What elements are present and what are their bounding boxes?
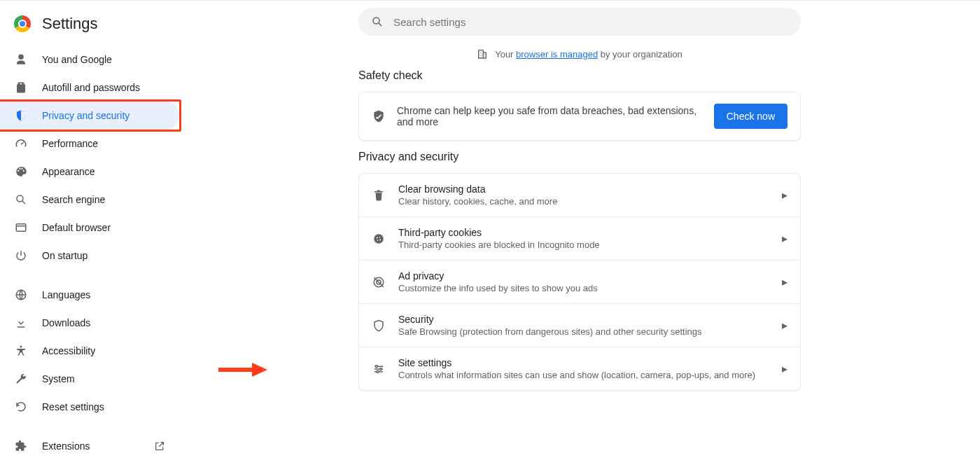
row-title: Ad privacy xyxy=(398,270,769,282)
power-icon xyxy=(14,249,28,262)
managed-text: Your browser is managed by your organiza… xyxy=(495,49,682,60)
row-subtitle: Customize the info used by sites to show… xyxy=(398,283,769,293)
highlight-annotation: Privacy and security xyxy=(0,99,181,132)
row-ad-privacy[interactable]: Ad privacyCustomize the info used by sit… xyxy=(359,261,800,304)
managed-link[interactable]: browser is managed xyxy=(516,49,598,60)
svg-point-0 xyxy=(17,195,23,202)
svg-point-8 xyxy=(377,237,378,238)
safety-check-title: Safety check xyxy=(358,69,801,82)
sidebar-item-extensions[interactable]: Extensions xyxy=(0,432,179,460)
row-title: Clear browsing data xyxy=(398,183,769,195)
safety-check-card: Chrome can help keep you safe from data … xyxy=(358,92,801,141)
accessibility-icon xyxy=(14,345,28,357)
shield-icon xyxy=(14,109,28,122)
svg-point-10 xyxy=(377,240,379,241)
annotation-arrow xyxy=(218,363,267,377)
privacy-security-card: Clear browsing dataClear history, cookie… xyxy=(358,173,801,391)
sidebar-item-languages[interactable]: Languages xyxy=(0,281,179,309)
person-icon xyxy=(14,53,28,66)
sidebar-item-on-startup[interactable]: On startup xyxy=(0,242,179,270)
search-input[interactable] xyxy=(393,16,788,28)
sidebar: Settings You and Google Autofill and pas… xyxy=(0,1,179,465)
svg-point-16 xyxy=(377,370,379,373)
row-title: Third-party cookies xyxy=(398,227,769,238)
sidebar-item-label: Downloads xyxy=(42,317,90,328)
shield-outline-icon xyxy=(372,319,386,332)
sidebar-item-system[interactable]: System xyxy=(0,365,179,393)
row-third-party-cookies[interactable]: Third-party cookiesThird-party cookies a… xyxy=(359,217,800,261)
search-bar[interactable] xyxy=(358,8,801,36)
sidebar-item-label: System xyxy=(42,373,75,384)
chevron-right-icon: ▸ xyxy=(782,319,788,332)
ad-privacy-icon xyxy=(372,276,386,289)
sidebar-item-label: Reset settings xyxy=(42,401,104,412)
search-icon xyxy=(371,15,384,28)
check-now-button[interactable]: Check now xyxy=(714,104,788,129)
sidebar-item-privacy-security[interactable]: Privacy and security xyxy=(0,102,179,130)
page-title: Settings xyxy=(42,15,98,33)
search-icon xyxy=(14,193,28,206)
building-icon xyxy=(477,48,488,60)
sidebar-item-you-and-google[interactable]: You and Google xyxy=(0,46,179,74)
svg-rect-1 xyxy=(16,224,26,232)
sidebar-item-label: Languages xyxy=(42,289,90,300)
svg-point-9 xyxy=(379,236,381,237)
sidebar-item-label: Search engine xyxy=(42,194,105,205)
sidebar-item-about-chrome[interactable]: About Chrome xyxy=(0,460,179,465)
palette-icon xyxy=(14,165,28,178)
row-subtitle: Clear history, cookies, cache, and more xyxy=(398,196,769,207)
globe-icon xyxy=(14,289,28,301)
window-icon xyxy=(14,221,28,234)
sidebar-item-label: You and Google xyxy=(42,54,112,65)
open-in-new-icon xyxy=(154,440,165,452)
shield-check-icon xyxy=(372,109,386,123)
managed-prefix: Your xyxy=(495,49,516,60)
sidebar-item-accessibility[interactable]: Accessibility xyxy=(0,337,179,365)
sidebar-item-label: Performance xyxy=(42,138,98,149)
sidebar-item-search-engine[interactable]: Search engine xyxy=(0,186,179,214)
privacy-security-title: Privacy and security xyxy=(358,151,801,163)
row-title: Security xyxy=(398,314,769,325)
row-subtitle: Controls what information sites can use … xyxy=(398,370,769,380)
sidebar-item-label: Extensions xyxy=(42,440,90,452)
row-site-settings[interactable]: Site settingsControls what information s… xyxy=(359,347,800,390)
row-security[interactable]: SecuritySafe Browsing (protection from d… xyxy=(359,304,800,347)
clipboard-icon xyxy=(14,81,28,94)
sidebar-item-performance[interactable]: Performance xyxy=(0,130,179,158)
managed-notice: Your browser is managed by your organiza… xyxy=(477,48,682,60)
row-title: Site settings xyxy=(398,357,769,368)
wrench-icon xyxy=(14,373,28,385)
chevron-right-icon: ▸ xyxy=(782,232,788,245)
settings-header: Settings xyxy=(0,6,179,46)
row-subtitle: Third-party cookies are blocked in Incog… xyxy=(398,240,769,250)
chrome-logo-icon xyxy=(14,15,31,32)
svg-point-7 xyxy=(374,234,384,244)
sidebar-item-label: Accessibility xyxy=(42,345,95,356)
svg-point-15 xyxy=(380,368,382,370)
row-subtitle: Safe Browsing (protection from dangerous… xyxy=(398,326,769,337)
managed-suffix: by your organization xyxy=(598,49,682,60)
svg-point-3 xyxy=(20,346,22,348)
svg-point-14 xyxy=(376,365,378,367)
sidebar-item-label: On startup xyxy=(42,250,88,261)
safety-check-text: Chrome can help keep you safe from data … xyxy=(397,105,703,127)
sidebar-item-label: Default browser xyxy=(42,222,111,233)
sidebar-item-autofill[interactable]: Autofill and passwords xyxy=(0,74,179,102)
sidebar-item-label: Privacy and security xyxy=(42,110,130,121)
chevron-right-icon: ▸ xyxy=(782,362,788,375)
speedometer-icon xyxy=(14,137,28,150)
cookie-icon xyxy=(372,233,386,245)
sidebar-item-label: Appearance xyxy=(42,166,95,177)
sidebar-item-reset-settings[interactable]: Reset settings xyxy=(0,393,179,421)
tune-icon xyxy=(372,363,386,375)
row-clear-browsing-data[interactable]: Clear browsing dataClear history, cookie… xyxy=(359,174,800,217)
restore-icon xyxy=(14,401,28,413)
sidebar-item-downloads[interactable]: Downloads xyxy=(0,309,179,337)
svg-point-11 xyxy=(379,239,381,240)
download-icon xyxy=(14,317,28,329)
sidebar-item-default-browser[interactable]: Default browser xyxy=(0,214,179,242)
svg-point-6 xyxy=(373,18,379,24)
chevron-right-icon: ▸ xyxy=(782,275,788,289)
trash-icon xyxy=(372,189,386,202)
sidebar-item-appearance[interactable]: Appearance xyxy=(0,158,179,186)
